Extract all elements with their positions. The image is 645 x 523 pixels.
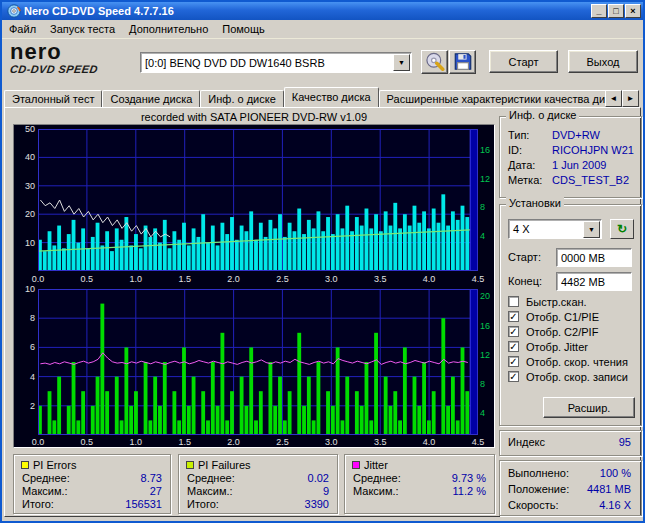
x-axis-label: 3.0 — [322, 437, 340, 448]
menu-item-помощь[interactable]: Помощь — [215, 21, 272, 37]
disc-info-label-дата: Дата: — [508, 159, 535, 171]
stats-panel-title: Jitter — [364, 459, 388, 471]
start-position-label: Старт: — [508, 251, 541, 263]
checkbox-checked-icon[interactable]: ✓ — [508, 356, 519, 367]
y-axis-label: 8 — [15, 313, 35, 324]
titlebar[interactable]: Nero CD-DVD Speed 4.7.7.16 _ □ × — [2, 2, 643, 20]
menu-item-дополнительно[interactable]: Дополнительно — [122, 21, 215, 37]
stat-label-максим: Максим.: — [22, 485, 68, 497]
status-label-скорость: Скорость: — [508, 499, 559, 511]
stat-row: Максим.:27 — [22, 485, 162, 498]
checkbox-label: Отобр. C1/PIE — [526, 311, 599, 323]
exit-button[interactable]: Выход — [568, 50, 638, 73]
speed-select[interactable]: 4 X ▼ — [508, 219, 602, 239]
save-button[interactable] — [449, 50, 476, 74]
checkbox-label: Отобр. скор. записи — [526, 371, 628, 383]
y-axis-label: 2 — [15, 401, 35, 412]
checkbox-row-быстр-скан[interactable]: Быстр.скан. — [506, 295, 639, 310]
menu-item-запуск-теста[interactable]: Запуск теста — [43, 21, 122, 37]
index-group: Индекс 95 — [499, 430, 642, 456]
disc-info-value-id: RICOHJPN W21 — [552, 144, 634, 156]
checkbox-checked-icon[interactable]: ✓ — [508, 311, 519, 322]
stat-value-среднее: 9.73 % — [452, 472, 486, 484]
y2-axis-label: 16 — [480, 145, 495, 156]
stat-value-среднее: 0.02 — [308, 472, 329, 484]
checkbox-checked-icon[interactable]: ✓ — [508, 371, 519, 382]
y2-axis-label: 4 — [480, 408, 495, 419]
chevron-down-icon[interactable]: ▼ — [583, 221, 600, 238]
status-label-положение: Положение: — [508, 483, 569, 495]
start-position-field[interactable] — [556, 248, 632, 267]
window-title: Nero CD-DVD Speed 4.7.7.16 — [24, 5, 591, 17]
drive-select[interactable]: [0:0] BENQ DVD DD DW1640 BSRB ▼ — [140, 52, 412, 73]
tab-scroll-buttons: ◄► — [605, 90, 639, 107]
stat-label-среднее: Среднее: — [187, 472, 235, 484]
y-axis-label: 10 — [15, 284, 35, 295]
checkbox-row-отобр-jitter[interactable]: ✓Отобр. Jitter — [506, 340, 639, 355]
refresh-speed-button[interactable]: ↻ — [610, 219, 634, 239]
y-axis-label: 10 — [15, 238, 35, 249]
maximize-button[interactable]: □ — [608, 4, 624, 18]
status-rows: Выполнено:100 %Положение:4481 MBСкорость… — [508, 467, 633, 515]
checkbox-row-отобр-c1-pie[interactable]: ✓Отобр. C1/PIE — [506, 310, 639, 325]
disc-info-row: Дата:1 Jun 2009 — [508, 159, 637, 174]
checkbox-row-отобр-скор-чтения[interactable]: ✓Отобр. скор. чтения — [506, 355, 639, 370]
stats-row: PI ErrorsСреднее:8.73Максим.:27Итого:156… — [5, 454, 497, 516]
status-label-выполнено: Выполнено: — [508, 467, 569, 479]
x-axis-label: 1.5 — [176, 437, 194, 448]
end-position-field[interactable] — [556, 272, 632, 291]
x-axis-label: 4.0 — [420, 274, 438, 285]
stats-panel-jitter: JitterСреднее:9.73 %Максим.:11.2 % — [344, 454, 495, 514]
x-axis-label: 2.5 — [273, 274, 291, 285]
tab-bar: Эталонный тестСоздание дискаИнф. о диске… — [4, 86, 605, 107]
status-row: Положение:4481 MB — [508, 483, 633, 499]
start-button[interactable]: Старт — [489, 50, 558, 73]
checkbox-row-отобр-c2-pif[interactable]: ✓Отобр. C2/PIF — [506, 325, 639, 340]
tab-scroll-left-button[interactable]: ◄ — [605, 90, 622, 107]
menu-bar: ФайлЗапуск тестаДополнительноПомощь — [2, 20, 643, 39]
disc-info-group: Инф. о диске Тип:DVD+RWID:RICOHJPN W21Да… — [499, 116, 642, 198]
y2-axis-label: 16 — [480, 321, 495, 332]
checkbox-checked-icon[interactable]: ✓ — [508, 341, 519, 352]
tab-инф-о-диске[interactable]: Инф. о диске — [200, 90, 283, 107]
minimize-button[interactable]: _ — [591, 4, 607, 18]
chart-header: recorded with SATA PIONEER DVD-RW v1.09 — [13, 111, 495, 123]
stats-panel-pi-failures: PI FailuresСреднее:0.02Максим.:9Итого:33… — [178, 454, 338, 514]
nero-logo: nero CD-DVD SPEED — [10, 40, 138, 75]
menu-item-файл[interactable]: Файл — [2, 21, 43, 37]
checkbox-label: Быстр.скан. — [526, 296, 587, 308]
stats-panel-header: PI Errors — [21, 458, 76, 471]
y2-axis-label: 8 — [480, 202, 495, 213]
chevron-down-icon[interactable]: ▼ — [393, 54, 410, 71]
disc-info-caption: Инф. о диске — [506, 109, 579, 121]
app-window: Nero CD-DVD Speed 4.7.7.16 _ □ × ФайлЗап… — [0, 0, 645, 523]
x-axis-label: 2.5 — [273, 437, 291, 448]
checkbox-checked-icon[interactable]: ✓ — [508, 326, 519, 337]
tab-создание-диска[interactable]: Создание диска — [102, 90, 200, 107]
x-axis-label: 4.5 — [469, 274, 487, 285]
y2-axis-label: 4 — [480, 231, 495, 242]
tab-расширенные-характеристики-качества-дис[interactable]: Расширенные характеристики качества дис — [379, 90, 605, 107]
stats-panel-header: PI Failures — [186, 458, 251, 471]
y2-axis-label: 12 — [480, 350, 495, 361]
tab-scroll-right-button[interactable]: ► — [622, 90, 639, 107]
end-position-label: Конец: — [508, 275, 542, 287]
tab-эталонный-тест[interactable]: Эталонный тест — [4, 90, 102, 107]
stats-panel-pi-errors: PI ErrorsСреднее:8.73Максим.:27Итого:156… — [13, 454, 171, 514]
y-axis-label: 20 — [15, 209, 35, 220]
x-axis-label: 0.0 — [29, 437, 47, 448]
window-controls: _ □ × — [591, 4, 641, 18]
save-icon — [453, 52, 473, 71]
y2-axis-label: 12 — [480, 174, 495, 185]
eject-disc-button[interactable] — [421, 50, 448, 74]
tab-качество-диска[interactable]: Качество диска — [284, 87, 379, 107]
checkbox-unchecked-icon[interactable] — [508, 296, 519, 307]
close-button[interactable]: × — [625, 4, 641, 18]
status-row: Выполнено:100 % — [508, 467, 633, 483]
checkbox-label: Отобр. Jitter — [526, 341, 588, 353]
speed-select-value: 4 X — [509, 223, 583, 235]
advanced-button[interactable]: Расшир. — [543, 397, 635, 418]
legend-color-pi-failures — [186, 461, 194, 469]
chart-panel: 50403020101612840.00.51.01.52.02.53.03.5… — [13, 124, 495, 448]
checkbox-row-отобр-скор-записи[interactable]: ✓Отобр. скор. записи — [506, 370, 639, 385]
